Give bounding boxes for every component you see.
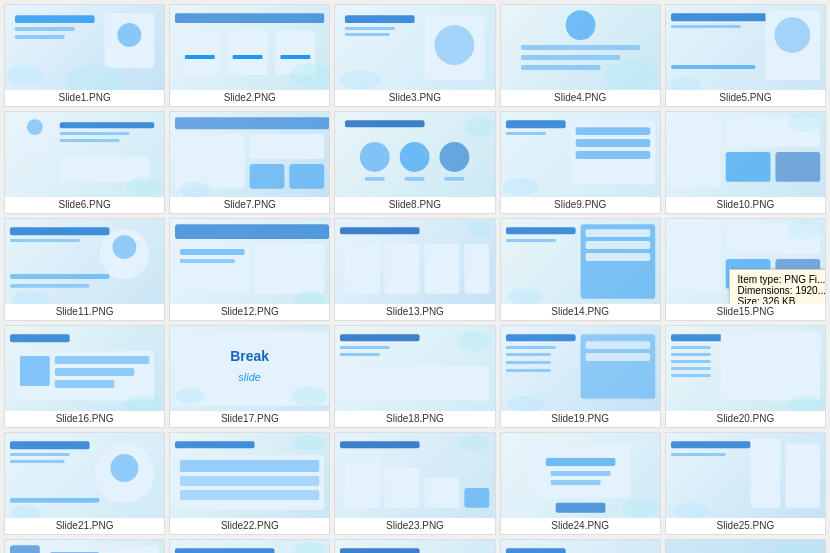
svg-rect-155 — [671, 441, 751, 448]
slide-item-26[interactable]: Slide26.PNG — [4, 539, 165, 553]
slide-item-18[interactable]: Slide18.PNG — [334, 325, 495, 428]
svg-point-25 — [605, 60, 655, 90]
svg-text:Break: Break — [230, 348, 269, 364]
slide-thumb-22 — [170, 433, 329, 518]
svg-point-170 — [295, 542, 325, 553]
slide-item-14[interactable]: Slide14.PNG — [500, 218, 661, 321]
svg-rect-72 — [175, 224, 329, 239]
slide-thumb-16 — [5, 326, 164, 411]
svg-rect-9 — [228, 30, 268, 75]
svg-point-148 — [460, 435, 490, 451]
svg-rect-149 — [530, 443, 630, 498]
slide-item-29[interactable]: Slide29.PNG — [500, 539, 661, 553]
svg-rect-36 — [60, 139, 120, 142]
slide-item-9[interactable]: Slide9.PNG — [500, 111, 661, 214]
slide-item-27[interactable]: Slide27.PNG — [169, 539, 330, 553]
svg-rect-117 — [506, 369, 551, 372]
svg-point-68 — [112, 235, 136, 259]
svg-point-154 — [622, 498, 658, 518]
svg-rect-76 — [180, 259, 235, 263]
svg-rect-110 — [340, 353, 380, 356]
svg-rect-50 — [405, 177, 425, 181]
svg-rect-43 — [290, 164, 325, 189]
svg-rect-147 — [465, 488, 490, 508]
slide-item-25[interactable]: Slide25.PNG — [665, 432, 826, 535]
slide-item-17[interactable]: BreakslideSlide17.PNG — [169, 325, 330, 428]
svg-rect-179 — [506, 548, 566, 553]
svg-rect-23 — [520, 55, 620, 60]
slide-item-2[interactable]: Slide2.PNG — [169, 4, 330, 107]
svg-point-20 — [340, 70, 380, 90]
svg-rect-51 — [445, 177, 465, 181]
svg-rect-98 — [20, 356, 50, 386]
slide-item-1[interactable]: Slide1.PNG — [4, 4, 165, 107]
slide-item-8[interactable]: Slide8.PNG — [334, 111, 495, 214]
slide-item-3[interactable]: Slide3.PNG — [334, 4, 495, 107]
slide-item-19[interactable]: Slide19.PNG — [500, 325, 661, 428]
svg-point-29 — [774, 17, 810, 53]
svg-point-142 — [295, 435, 325, 451]
slide-item-6[interactable]: Slide6.PNG — [4, 111, 165, 214]
svg-rect-150 — [545, 458, 615, 466]
slide-item-11[interactable]: Slide11.PNG — [4, 218, 165, 321]
svg-rect-145 — [385, 468, 420, 508]
slide-item-16[interactable]: Slide16.PNG — [4, 325, 165, 428]
slide-label-3: Slide3.PNG — [389, 90, 441, 106]
slide-thumb-23 — [335, 433, 494, 518]
slide-item-21[interactable]: Slide21.PNG — [4, 432, 165, 535]
slide-thumb-19 — [501, 326, 660, 411]
svg-rect-135 — [10, 498, 100, 503]
slide-label-14: Slide14.PNG — [551, 304, 609, 320]
slide-thumb-6 — [5, 112, 164, 197]
slide-label-23: Slide23.PNG — [386, 518, 444, 534]
slide-item-24[interactable]: Slide24.PNG — [500, 432, 661, 535]
slide-item-13[interactable]: Slide13.PNG — [334, 218, 495, 321]
svg-rect-125 — [671, 360, 711, 363]
svg-rect-42 — [250, 164, 285, 189]
svg-rect-75 — [180, 249, 245, 255]
svg-rect-99 — [55, 356, 150, 364]
slide-label-9: Slide9.PNG — [554, 197, 606, 213]
svg-rect-13 — [281, 55, 311, 59]
slide-thumb-9 — [501, 112, 660, 197]
slide-item-20[interactable]: Slide20.PNG — [665, 325, 826, 428]
svg-rect-151 — [550, 471, 610, 476]
slide-item-4[interactable]: Slide4.PNG — [500, 4, 661, 107]
slide-label-7: Slide7.PNG — [224, 197, 276, 213]
slide-item-15[interactable]: Item type: PNG Fi...Dimensions: 1920...S… — [665, 218, 826, 321]
slide-item-28[interactable]: Slide28.PNG — [334, 539, 495, 553]
slide-thumb-18 — [335, 326, 494, 411]
slide-label-15: Slide15.PNG — [716, 304, 774, 320]
slide-item-10[interactable]: Slide10.PNG — [665, 111, 826, 214]
svg-rect-146 — [425, 478, 460, 508]
slide-item-23[interactable]: Slide23.PNG — [334, 432, 495, 535]
slide-item-5[interactable]: Slide5.PNG — [665, 4, 826, 107]
slide-label-12: Slide12.PNG — [221, 304, 279, 320]
svg-rect-15 — [345, 15, 415, 23]
svg-rect-123 — [671, 346, 711, 349]
slide-item-7[interactable]: Slide7.PNG — [169, 111, 330, 214]
svg-rect-124 — [671, 353, 711, 356]
svg-point-47 — [400, 142, 430, 172]
svg-rect-66 — [10, 239, 80, 242]
svg-rect-82 — [465, 244, 490, 294]
svg-rect-156 — [671, 453, 726, 456]
svg-rect-17 — [345, 33, 390, 36]
svg-rect-1 — [15, 27, 75, 31]
svg-rect-137 — [175, 441, 255, 448]
slide-item-22[interactable]: Slide22.PNG — [169, 432, 330, 535]
slide-thumb-30: Thanks — [666, 540, 825, 553]
slide-label-16: Slide16.PNG — [56, 411, 114, 427]
slide-label-21: Slide21.PNG — [56, 518, 114, 534]
svg-point-136 — [10, 505, 40, 518]
svg-rect-132 — [10, 460, 65, 463]
svg-rect-108 — [340, 334, 420, 341]
slide-item-30[interactable]: ThanksSlide30.PNG — [665, 539, 826, 553]
svg-rect-128 — [721, 331, 820, 401]
slide-item-12[interactable]: Slide12.PNG — [169, 218, 330, 321]
slide-thumb-25 — [666, 433, 825, 518]
svg-rect-116 — [506, 361, 551, 364]
svg-rect-40 — [175, 134, 245, 189]
svg-rect-152 — [550, 480, 600, 485]
svg-rect-7 — [175, 13, 324, 23]
